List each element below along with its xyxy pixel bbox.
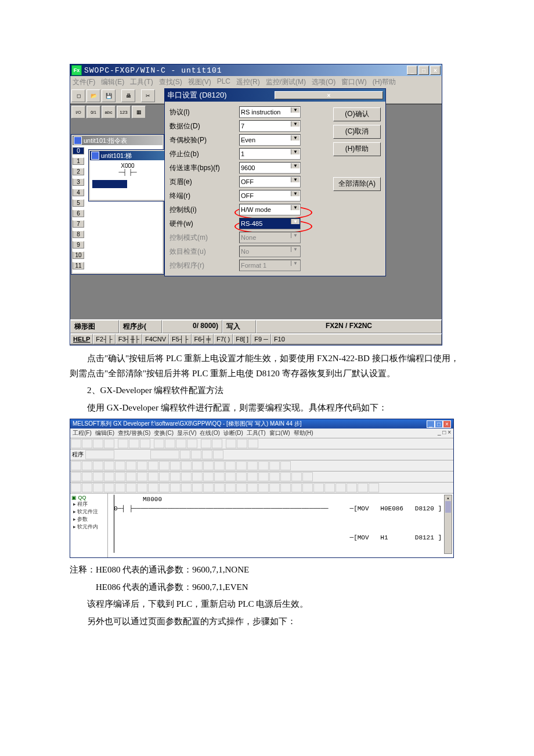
gx-toolbar-2[interactable]: 程序	[70, 449, 453, 460]
ladder-row-num[interactable]: 2	[73, 168, 84, 175]
dialog-select[interactable]: OFF	[239, 176, 301, 188]
gx-menu-online[interactable]: 在线(O)	[200, 429, 219, 437]
dialog-row-2: 奇偶校验(P)Even	[169, 133, 330, 147]
gx-toolbar-4[interactable]	[70, 471, 453, 483]
print-icon[interactable]: 🖶	[121, 89, 135, 102]
menu-tools[interactable]: 工具(T)	[130, 77, 153, 87]
gx-menu-tools[interactable]: 工具(T)	[247, 429, 266, 437]
dialog-select[interactable]: 1	[239, 148, 301, 160]
maximize-icon[interactable]: □	[418, 66, 429, 75]
dialog-label: 协议(l)	[169, 107, 237, 117]
fn-help[interactable]: HELP	[70, 334, 93, 344]
tool-abc-icon[interactable]: abc	[102, 106, 116, 118]
gx-menu-window[interactable]: 窗口(W)	[269, 429, 290, 437]
ladder-row-num[interactable]: 11	[73, 262, 84, 269]
gx-max-icon[interactable]: □	[435, 420, 443, 428]
fn-f4[interactable]: F4CNV	[142, 334, 169, 344]
gx-menu-project[interactable]: 工程(F)	[73, 429, 92, 437]
tool-bit-icon[interactable]: 0/1	[86, 106, 100, 118]
fn-f8[interactable]: F8[ ]	[233, 334, 251, 344]
fn-f5[interactable]: F5┤├	[169, 334, 191, 344]
save-icon[interactable]: 💾	[102, 89, 116, 102]
ok-button[interactable]: (O)确认	[333, 107, 381, 121]
note-line-2: HE086 代表的通讯参数：9600,7,1,EVEN	[70, 580, 464, 595]
minimize-icon[interactable]: _	[407, 66, 417, 75]
body-text-1: 点击"确认"按钮后将 PLC 重新上电设置才能生效，如要使用 FX2N-422-…	[70, 351, 464, 415]
ladder-row-num[interactable]: 6	[73, 210, 84, 217]
menu-help[interactable]: (H)帮助	[373, 77, 396, 87]
dialog-select[interactable]: 9600	[239, 162, 301, 174]
tool-grid-icon[interactable]: ▦	[132, 106, 146, 118]
tool-123-icon[interactable]: 123	[117, 106, 131, 118]
gx-child-close-icon[interactable]: _ □ ×	[438, 429, 451, 437]
dialog-select[interactable]: Even	[239, 134, 301, 146]
ladder-row-num[interactable]: 0	[73, 147, 84, 154]
tool-io-icon[interactable]: I/O	[71, 106, 85, 118]
fn-f2[interactable]: F2┤├	[93, 334, 115, 344]
menu-view[interactable]: 视图(V)	[188, 77, 211, 87]
ladder-row-num[interactable]: 9	[73, 241, 84, 249]
gx-toolbar-3[interactable]	[70, 460, 453, 471]
fn-f3[interactable]: F3┤╫├	[116, 334, 142, 344]
ladder-cursor[interactable]	[92, 180, 127, 188]
body-text-2: 注释：HE080 代表的通讯参数：9600,7,1,NONE HE086 代表的…	[70, 563, 464, 629]
gx-menu-view[interactable]: 显示(V)	[177, 429, 196, 437]
dialog-close-icon[interactable]: ×	[275, 91, 383, 99]
dialog-select[interactable]: OFF	[239, 190, 301, 201]
dialog-titlebar[interactable]: 串口设置 (D8120) ×	[165, 89, 385, 102]
dialog-select[interactable]: 7	[239, 120, 301, 132]
dialog-row-7: 控制线(i)H/W mode	[169, 203, 330, 217]
menu-remote[interactable]: 遥控(R)	[236, 77, 260, 87]
gx-min-icon[interactable]: _	[427, 420, 435, 428]
menu-edit[interactable]: 编辑(E)	[101, 77, 124, 87]
ladder-row-num[interactable]: 5	[73, 199, 84, 207]
menu-monitor[interactable]: 监控/测试(M)	[266, 77, 306, 87]
gx-menu-find[interactable]: 查找/替换(S)	[118, 429, 150, 437]
gx-menu-edit[interactable]: 编辑(E)	[95, 429, 114, 437]
app-icon: Fx	[71, 65, 82, 75]
gx-titlebar[interactable]: MELSOFT系列 GX Developer f:\software\GX8\G…	[70, 419, 453, 429]
ladder-row-num[interactable]: 3	[73, 178, 84, 186]
new-icon[interactable]: ◻	[71, 89, 85, 102]
mdi-ladder[interactable]: untit101:梯 X000 ─┤ ├─	[89, 150, 167, 201]
menu-window[interactable]: 窗口(W)	[341, 77, 366, 87]
help-button[interactable]: (H)帮助	[333, 142, 381, 156]
menu-find[interactable]: 查找(S)	[159, 77, 182, 87]
status-write: 写入	[222, 320, 256, 333]
menu-file[interactable]: 文件(F)	[73, 77, 95, 87]
fn-f7[interactable]: F7( )	[214, 334, 233, 344]
menu-options[interactable]: 选项(O)	[312, 77, 335, 87]
gx-ladder-view[interactable]: M8000 0─┤ ├─────────────────────────────…	[108, 494, 453, 557]
gx-menu-bar[interactable]: 工程(F) 编辑(E) 查找/替换(S) 变换(C) 显示(V) 在线(O) 诊…	[70, 429, 453, 438]
gx-menu-diag[interactable]: 诊断(D)	[223, 429, 243, 437]
fn-f9[interactable]: F9 ─	[251, 334, 271, 344]
window-title: SWOPC-FXGP/WIN-C - untit101	[84, 66, 407, 75]
dialog-select[interactable]: RS-485	[239, 218, 301, 229]
open-icon[interactable]: 📂	[86, 89, 100, 102]
titlebar[interactable]: Fx SWOPC-FXGP/WIN-C - untit101 _ □ ×	[70, 64, 442, 76]
gx-project-tree[interactable]: ▣ QQ ▸ 程序 ▸ 软元件注 ▸ 参数 ▸ 软元件内	[70, 494, 108, 557]
fn-f6[interactable]: F6┤╪	[192, 334, 214, 344]
fn-f10[interactable]: F10	[271, 334, 442, 344]
ladder-row-num[interactable]: 4	[73, 189, 84, 196]
ladder-row-num[interactable]: 8	[73, 231, 84, 238]
ladder-row-num[interactable]: 10	[73, 251, 84, 259]
gx-close-icon[interactable]: ×	[443, 420, 451, 428]
gx-toolbar-1[interactable]	[70, 438, 453, 449]
gx-contact-label: M8000	[143, 496, 162, 503]
scrollbar[interactable]: ▴	[444, 495, 452, 554]
cancel-button[interactable]: (C)取消	[333, 125, 381, 139]
clear-all-button[interactable]: 全部清除(A)	[333, 177, 381, 191]
ladder-row-num[interactable]: 1	[73, 157, 84, 165]
menu-bar[interactable]: 文件(F) 编辑(E) 工具(T) 查找(S) 视图(V) PLC 遥控(R) …	[70, 76, 442, 88]
dialog-row-10: 效目检查(u)No	[169, 244, 330, 258]
gx-menu-help[interactable]: 帮助(H)	[294, 429, 313, 437]
menu-plc[interactable]: PLC	[217, 77, 230, 87]
dialog-select[interactable]: RS instruction	[239, 106, 301, 118]
cut-icon[interactable]: ✂	[141, 89, 155, 102]
gx-menu-convert[interactable]: 变换(C)	[154, 429, 174, 437]
ladder-row-num[interactable]: 7	[73, 220, 84, 228]
dialog-select[interactable]: H/W mode	[239, 204, 301, 215]
gx-toolbar-5[interactable]	[70, 483, 453, 494]
close-icon[interactable]: ×	[430, 66, 441, 75]
